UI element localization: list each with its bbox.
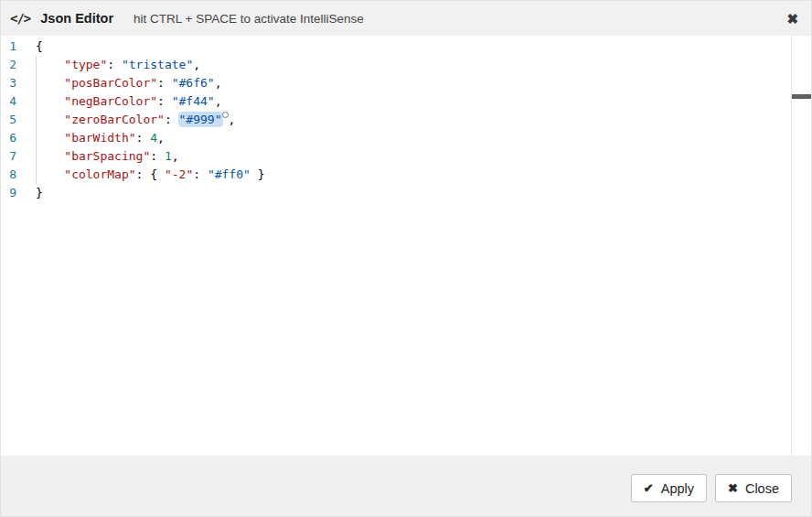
- line-content: "type": "tristate",: [36, 56, 200, 74]
- intellisense-hint: hit CTRL + SPACE to activate IntelliSens…: [134, 12, 364, 26]
- editor-lines: 1{2 "type": "tristate",3 "posBarColor": …: [1, 38, 811, 202]
- code-line[interactable]: 2 "type": "tristate",: [1, 56, 811, 74]
- line-content: "barSpacing": 1,: [36, 147, 179, 166]
- code-token: "posBarColor": [64, 76, 157, 90]
- line-number: 9: [1, 184, 36, 202]
- code-token: [36, 58, 64, 71]
- cursor-marker: [222, 112, 229, 118]
- code-token: :: [193, 167, 208, 181]
- line-number: 8: [1, 166, 36, 184]
- code-line[interactable]: 8 "colorMap": { "-2": "#ff0" }: [1, 166, 811, 184]
- code-token: [36, 113, 64, 126]
- code-token: "negBarColor": [64, 94, 157, 108]
- code-token: ,: [193, 58, 200, 71]
- line-number: 2: [1, 56, 36, 74]
- line-number: 4: [1, 92, 36, 111]
- dialog-footer: ✔ Apply ✖ Close: [1, 456, 811, 516]
- close-x-icon: ✖: [728, 481, 738, 495]
- code-token: }: [36, 186, 43, 199]
- code-token: ,: [215, 94, 222, 108]
- code-line[interactable]: 1{: [1, 38, 811, 56]
- overview-ruler-mark: [792, 94, 811, 99]
- line-number: 5: [1, 111, 36, 129]
- code-token: "colorMap": [64, 167, 135, 181]
- code-token: "#6f6": [172, 76, 215, 90]
- code-token: [36, 94, 64, 108]
- code-token: [36, 167, 64, 181]
- dialog-title: Json Editor: [40, 11, 113, 26]
- code-token: [36, 76, 64, 90]
- code-token: : {: [136, 167, 165, 181]
- code-line[interactable]: 3 "posBarColor": "#6f6",: [1, 74, 811, 92]
- line-number: 7: [1, 147, 36, 166]
- line-number: 6: [1, 129, 36, 147]
- code-line[interactable]: 7 "barSpacing": 1,: [1, 147, 811, 166]
- code-token: :: [136, 131, 151, 145]
- code-token: ,: [215, 76, 222, 90]
- code-token: ,: [172, 149, 179, 163]
- code-token: "tristate": [122, 58, 193, 71]
- code-token: {: [36, 39, 43, 53]
- code-token: "barWidth": [64, 131, 135, 145]
- close-icon[interactable]: ✖: [786, 12, 798, 26]
- code-token: "type": [64, 58, 107, 71]
- code-token: :: [165, 113, 179, 126]
- code-line[interactable]: 4 "negBarColor": "#f44",: [1, 92, 811, 111]
- selected-token: "#999": [179, 113, 222, 126]
- close-button-label: Close: [745, 481, 779, 496]
- code-token: :: [107, 58, 122, 71]
- code-token: :: [150, 149, 165, 163]
- code-line[interactable]: 5 "zeroBarColor": "#999",: [1, 111, 811, 129]
- code-token: "-2": [165, 167, 193, 181]
- code-token: "barSpacing": [64, 149, 150, 163]
- code-icon: </>: [10, 11, 30, 26]
- code-editor[interactable]: 1{2 "type": "tristate",3 "posBarColor": …: [1, 36, 811, 456]
- line-content: "zeroBarColor": "#999",: [36, 111, 235, 129]
- code-token: ,: [229, 113, 236, 126]
- code-token: [36, 149, 64, 163]
- line-number: 3: [1, 74, 36, 92]
- apply-button[interactable]: ✔ Apply: [631, 474, 707, 502]
- code-token: 1: [165, 149, 172, 163]
- code-token: }: [251, 167, 265, 181]
- line-content: "barWidth": 4,: [36, 129, 165, 147]
- close-button[interactable]: ✖ Close: [715, 474, 792, 502]
- code-token: :: [157, 76, 172, 90]
- line-content: "negBarColor": "#f44",: [36, 92, 222, 111]
- code-line[interactable]: 6 "barWidth": 4,: [1, 129, 811, 147]
- dialog-header: </> Json Editor hit CTRL + SPACE to acti…: [1, 1, 811, 36]
- line-content: "colorMap": { "-2": "#ff0" }: [36, 166, 265, 184]
- json-editor-dialog: </> Json Editor hit CTRL + SPACE to acti…: [0, 0, 812, 517]
- code-token: [36, 131, 64, 145]
- indent-guide: [36, 56, 37, 184]
- code-token: "#ff0": [208, 167, 251, 181]
- code-token: :: [157, 94, 172, 108]
- line-content: "posBarColor": "#6f6",: [36, 74, 222, 92]
- code-token: 4: [150, 131, 157, 145]
- check-icon: ✔: [644, 481, 654, 495]
- apply-button-label: Apply: [661, 481, 694, 496]
- line-content: {: [36, 38, 43, 56]
- code-token: "#f44": [172, 94, 215, 108]
- code-token: ,: [157, 131, 165, 145]
- code-token: "zeroBarColor": [64, 113, 165, 126]
- line-content: }: [36, 184, 43, 202]
- code-line[interactable]: 9}: [1, 184, 811, 202]
- line-number: 1: [1, 38, 36, 56]
